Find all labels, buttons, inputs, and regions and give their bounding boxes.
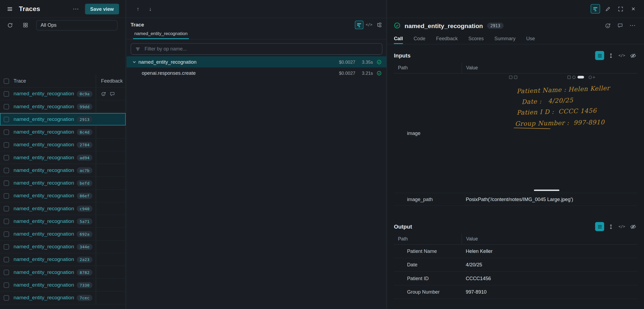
menu-toggle[interactable]	[5, 4, 15, 14]
trace-table-row[interactable]: named_entity_recognation8c4d	[0, 126, 126, 138]
op-filter-input[interactable]	[144, 46, 378, 52]
expand-rows-button[interactable]	[606, 51, 615, 60]
tree-op-label[interactable]: named_entity_recognation	[138, 59, 196, 65]
row-checkbox[interactable]	[4, 206, 9, 211]
prev-trace-button[interactable]: ↑	[133, 4, 143, 14]
tree-op-row[interactable]: openai.responses.create$0.00273.21s	[126, 67, 386, 79]
trace-op-link[interactable]: named_entity_recognation	[13, 218, 74, 224]
columns-button[interactable]	[20, 20, 30, 30]
row-checkbox[interactable]	[4, 219, 9, 224]
trace-table-row[interactable]: named_entity_recognation7330	[0, 279, 126, 291]
row-checkbox[interactable]	[4, 282, 9, 288]
tab-scores[interactable]: Scores	[469, 33, 484, 44]
row-checkbox[interactable]	[4, 91, 9, 96]
trace-table-row[interactable]: named_entity_recognationc940	[0, 202, 126, 215]
trace-table-row[interactable]: named_entity_recognationad94	[0, 151, 126, 164]
row-checkbox[interactable]	[4, 180, 9, 186]
row-checkbox[interactable]	[4, 270, 9, 275]
trace-table-row[interactable]: named_entity_recognation692a	[0, 228, 126, 240]
code-view-button[interactable]: </>	[617, 222, 626, 231]
tree-view-toggle[interactable]	[375, 20, 383, 29]
trace-op-link[interactable]: named_entity_recognation	[13, 244, 74, 249]
row-checkbox[interactable]	[4, 129, 9, 135]
hide-values-button[interactable]	[628, 222, 638, 231]
row-checkbox[interactable]	[4, 104, 9, 109]
flame-view-toggle[interactable]	[355, 20, 363, 29]
trace-table-row[interactable]: named_entity_recognationbefd	[0, 177, 126, 189]
trace-op-link[interactable]: named_entity_recognation	[13, 282, 74, 288]
close-panel-button[interactable]: ×	[628, 4, 638, 14]
edit-button[interactable]	[603, 4, 613, 14]
trace-op-link[interactable]: named_entity_recognation	[13, 91, 74, 97]
row-checkbox[interactable]	[4, 155, 9, 160]
row-checkbox[interactable]	[4, 257, 9, 262]
trace-table-row[interactable]: named_entity_recognation8782	[0, 266, 126, 279]
trace-table-row[interactable]: named_entity_recognation2a23	[0, 253, 126, 266]
tree-op-label[interactable]: openai.responses.create	[142, 70, 196, 76]
row-checkbox[interactable]	[4, 231, 9, 237]
next-trace-button[interactable]: ↓	[145, 4, 155, 14]
trace-op-link[interactable]: named_entity_recognation	[13, 206, 74, 211]
tab-code[interactable]: Code	[414, 33, 425, 44]
save-view-button[interactable]: Save view	[85, 4, 119, 14]
row-checkbox[interactable]	[4, 193, 9, 198]
tab-call[interactable]: Call	[394, 33, 403, 44]
tab-summary[interactable]: Summary	[494, 33, 515, 44]
row-checkbox[interactable]	[4, 244, 9, 249]
input-image-cell[interactable]: Patient Name : Helen Keller Date : 4/20/…	[462, 74, 638, 193]
trace-op-link[interactable]: named_entity_recognation	[13, 180, 74, 186]
row-checkbox[interactable]	[4, 295, 9, 300]
call-more-options[interactable]: ⋯	[628, 21, 638, 30]
trace-op-link[interactable]: named_entity_recognation	[13, 155, 74, 160]
trace-op-link[interactable]: named_entity_recognation	[13, 231, 74, 237]
code-view-button[interactable]: </>	[617, 51, 626, 60]
row-checkbox[interactable]	[4, 117, 9, 122]
note-line-4: Group Number : 997-8910	[515, 118, 605, 127]
trace-table-row[interactable]: named_entity_recognation0c9a	[0, 88, 126, 100]
trace-op-link[interactable]: named_entity_recognation	[13, 129, 74, 135]
more-options-button[interactable]: ⋯	[71, 4, 81, 14]
chevron-toggle[interactable]	[132, 60, 136, 64]
trace-table-row[interactable]: named_entity_recognation344e	[0, 240, 126, 253]
fullscreen-button[interactable]	[616, 4, 626, 14]
trace-table-row[interactable]: named_entity_recognation2784	[0, 138, 126, 151]
trace-op-link[interactable]: named_entity_recognation	[13, 116, 74, 122]
trace-op-link[interactable]: named_entity_recognation	[13, 167, 74, 173]
status-success-icon	[377, 70, 381, 75]
trace-op-link[interactable]: named_entity_recognation	[13, 104, 74, 109]
add-reaction-button[interactable]	[603, 21, 613, 30]
trace-id-badge: 2784	[77, 142, 92, 148]
trace-table-row[interactable]: named_entity_recognation7cec	[0, 291, 126, 304]
inputs-section-header: Inputs </>	[394, 49, 637, 63]
comment-button[interactable]	[615, 21, 625, 30]
row-checkbox[interactable]	[4, 168, 9, 173]
trace-op-link[interactable]: named_entity_recognation	[13, 295, 74, 300]
trace-table-row[interactable]: named_entity_recognationac7b	[0, 164, 126, 177]
select-all-checkbox[interactable]	[4, 78, 9, 84]
list-view-button[interactable]	[595, 51, 604, 60]
trace-table-row[interactable]: named_entity_recognation99dd	[0, 100, 126, 113]
trace-table-row[interactable]: named_entity_recognation5a71	[0, 215, 126, 228]
trace-tab-active[interactable]: named_entity_recognation	[133, 31, 189, 39]
trace-op-link[interactable]: named_entity_recognation	[13, 257, 74, 262]
refresh-button[interactable]	[5, 20, 15, 30]
trace-op-link[interactable]: named_entity_recognation	[13, 193, 74, 199]
tree-op-row[interactable]: named_entity_recognation$0.00273.35s	[126, 56, 386, 67]
call-detail-panel: × named_entity_recognation 2913 ⋯ CallCo…	[387, 0, 644, 309]
list-view-button[interactable]	[595, 222, 604, 231]
trace-panel-toggle[interactable]	[591, 4, 600, 13]
inputs-heading: Inputs	[394, 52, 411, 59]
row-checkbox[interactable]	[4, 142, 9, 147]
trace-op-link[interactable]: named_entity_recognation	[13, 142, 74, 148]
trace-op-link[interactable]: named_entity_recognation	[13, 269, 74, 275]
trace-table-row[interactable]: named_entity_recognation2913	[0, 113, 126, 126]
code-view-toggle[interactable]: </>	[365, 20, 373, 29]
expand-rows-button[interactable]	[606, 222, 615, 231]
traces-table: Trace Feedback named_entity_recognation0…	[0, 75, 126, 304]
tab-feedback[interactable]: Feedback	[436, 33, 458, 44]
ops-filter-select[interactable]: All Ops	[36, 20, 118, 30]
traces-table-header: Trace Feedback	[0, 75, 126, 87]
tab-use[interactable]: Use	[526, 33, 535, 44]
hide-values-button[interactable]	[628, 51, 638, 60]
trace-table-row[interactable]: named_entity_recognation86ef	[0, 189, 126, 202]
